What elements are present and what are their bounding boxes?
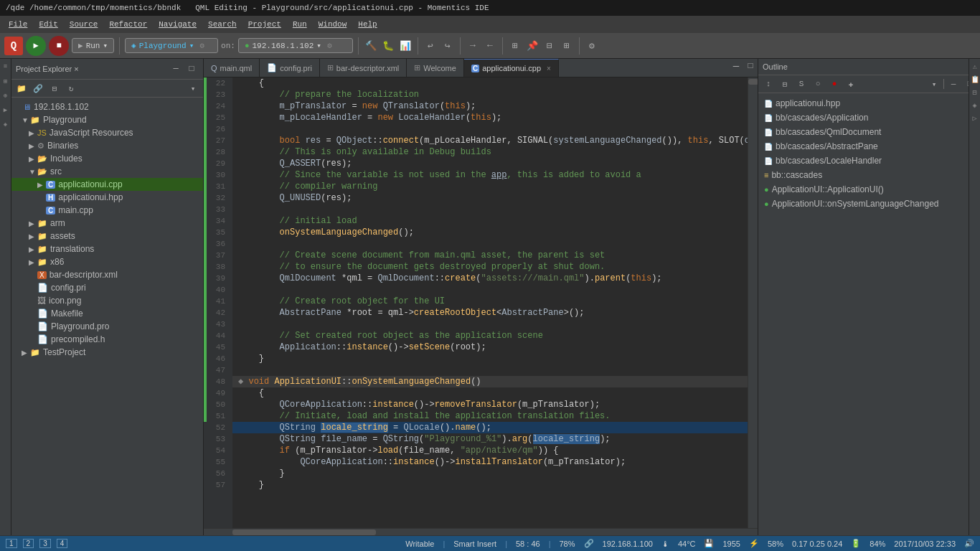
- tab-minimize-icon[interactable]: —: [729, 59, 743, 73]
- status-tab-2[interactable]: 2: [23, 539, 34, 548]
- outline-red-icon[interactable]: ●: [827, 77, 842, 91]
- outline-item-locale[interactable]: 📄 bb/cascades/LocaleHandler: [758, 154, 980, 168]
- tree-main-cpp[interactable]: C main.cpp: [11, 204, 203, 217]
- code-content[interactable]: { // prepare the localization m_pTransla…: [232, 77, 748, 528]
- outline-item-method[interactable]: ● ApplicationUI::onSystemLanguageChanged: [758, 197, 980, 211]
- tab-close-icon[interactable]: ×: [547, 65, 551, 72]
- target-dropdown[interactable]: ● 192.168.1.102 ▾ ⚙: [238, 38, 353, 53]
- activity-search-icon[interactable]: ⊞: [1, 76, 11, 86]
- back-icon[interactable]: ←: [483, 39, 497, 53]
- tree-icon-png[interactable]: 🖼 icon.png: [11, 294, 203, 307]
- project-settings-icon[interactable]: ⚙: [199, 41, 204, 50]
- outline-item-ns[interactable]: ≡ bb::cascades: [758, 168, 980, 182]
- menu-source[interactable]: Source: [64, 19, 104, 30]
- sidebar-expand-icon[interactable]: □: [184, 62, 199, 76]
- tree-jsres[interactable]: ▶ JS JavaScript Resources: [11, 126, 203, 139]
- sidebar-refresh-icon[interactable]: ↻: [64, 81, 78, 95]
- tab-maximize-icon[interactable]: □: [743, 59, 758, 73]
- tree-includes[interactable]: ▶ 📂 Includes: [11, 152, 203, 165]
- menu-edit[interactable]: Edit: [33, 19, 63, 30]
- pin-icon[interactable]: 📌: [525, 39, 540, 53]
- outline-item-abspane[interactable]: 📄 bb/cascades/AbstractPane: [758, 139, 980, 154]
- tree-assets[interactable]: ▶ 📁 assets: [11, 230, 203, 242]
- outline-item-qmldoc[interactable]: 📄 bb/cascades/QmlDocument: [758, 125, 980, 139]
- tree-makefile[interactable]: 📄 Makefile: [11, 307, 203, 320]
- sidebar-collapse-icon[interactable]: —: [169, 62, 183, 76]
- outline-item-app[interactable]: 📄 bb/cascades/Application: [758, 110, 980, 125]
- grid-icon[interactable]: ⊞: [560, 39, 574, 53]
- menu-run[interactable]: Run: [287, 19, 313, 30]
- sidebar-link-icon[interactable]: 🔗: [31, 81, 45, 95]
- outline-hide-non-public-icon[interactable]: ○: [811, 77, 825, 91]
- sidebar-menu-icon[interactable]: ▾: [186, 81, 200, 95]
- forward-icon[interactable]: →: [466, 39, 480, 53]
- build-icon[interactable]: 🔨: [364, 39, 378, 53]
- activity-scm-icon[interactable]: ⊕: [1, 90, 11, 100]
- undo-icon[interactable]: ↩: [423, 39, 438, 53]
- tree-x86[interactable]: ▶ 📁 x86: [11, 255, 203, 268]
- menu-refactor[interactable]: Refactor: [103, 19, 153, 30]
- menu-search[interactable]: Search: [202, 19, 242, 30]
- stop-button[interactable]: ■: [49, 36, 69, 56]
- status-tab-1[interactable]: 1: [6, 539, 17, 548]
- tree-bar-xml[interactable]: X bar-descriptor.xml: [11, 268, 203, 281]
- tree-appui-cpp[interactable]: ▶ C applicationui.cpp: [11, 178, 203, 191]
- tree-arm[interactable]: ▶ 📁 arm: [11, 217, 203, 230]
- project-dropdown[interactable]: ◈ Playground ▾ ⚙: [125, 38, 218, 53]
- scrollbar-area[interactable]: [748, 77, 758, 528]
- edge-icon-5[interactable]: ▷: [970, 113, 980, 123]
- play-button[interactable]: ▶: [26, 36, 46, 56]
- tree-precompiled[interactable]: 📄 precompiled.h: [11, 333, 203, 346]
- scroll-thumb[interactable]: [748, 79, 758, 85]
- tree-src[interactable]: ▼ 📂 src: [11, 165, 203, 178]
- outline-plus-icon[interactable]: ✚: [844, 77, 858, 91]
- debug-icon[interactable]: 🐛: [381, 39, 395, 53]
- tree-testproject[interactable]: ▶ 📁 TestProject: [11, 346, 203, 359]
- menu-help[interactable]: Help: [352, 19, 382, 30]
- outline-min-icon[interactable]: —: [946, 77, 961, 91]
- sidebar-collapse-all-icon[interactable]: ⊟: [47, 81, 62, 95]
- tree-server[interactable]: 🖥 192.168.1.102: [11, 100, 203, 113]
- activity-explorer-icon[interactable]: ≡: [1, 62, 11, 72]
- code-editor[interactable]: 2223242526272829303132333435363738394041…: [204, 77, 758, 528]
- tab-bar-xml[interactable]: ⊞ bar-descriptor.xml: [320, 59, 407, 77]
- tab-main-qml[interactable]: Q main.qml: [204, 59, 260, 77]
- sidebar-new-icon[interactable]: 📁: [14, 81, 29, 95]
- tree-translations[interactable]: ▶ 📁 translations: [11, 242, 203, 255]
- menu-file[interactable]: File: [3, 19, 33, 30]
- activity-ext-icon[interactable]: ◈: [1, 119, 11, 129]
- tree-playground[interactable]: ▼ 📁 Playground: [11, 113, 203, 126]
- h-scrollbar[interactable]: [204, 528, 758, 535]
- status-tab-3[interactable]: 3: [39, 539, 51, 548]
- activity-debug-icon[interactable]: ▶: [1, 105, 11, 115]
- run-dropdown[interactable]: ▶ Run ▾: [72, 38, 114, 53]
- profile-icon[interactable]: 📊: [398, 39, 413, 53]
- tree-appui-hpp[interactable]: H applicationui.hpp: [11, 191, 203, 204]
- tree-binaries[interactable]: ▶ ⚙ Binaries: [11, 139, 203, 152]
- menu-project[interactable]: Project: [242, 19, 287, 30]
- outline-sort-icon[interactable]: ↕: [761, 77, 776, 91]
- edge-icon-1[interactable]: ⚠: [970, 62, 980, 72]
- app-logo-icon[interactable]: Q: [4, 37, 23, 55]
- h-scroll-thumb[interactable]: [232, 529, 376, 535]
- outline-hide-static-icon[interactable]: S: [794, 77, 809, 91]
- tree-config-pri[interactable]: 📄 config.pri: [11, 281, 203, 294]
- edge-icon-2[interactable]: 📋: [970, 75, 980, 85]
- target-settings-icon[interactable]: ⚙: [327, 41, 332, 50]
- tab-welcome[interactable]: ⊞ Welcome: [407, 59, 464, 77]
- layout-icon[interactable]: ⊟: [542, 39, 557, 53]
- outline-menu-icon[interactable]: ▾: [927, 77, 941, 91]
- menu-navigate[interactable]: Navigate: [153, 19, 202, 30]
- outline-item-hpp[interactable]: 📄 applicationui.hpp: [758, 96, 980, 110]
- edge-icon-3[interactable]: ⊟: [970, 88, 980, 98]
- tree-playground-pro[interactable]: 📄 Playground.pro: [11, 320, 203, 333]
- edge-icon-4[interactable]: ◈: [970, 100, 980, 110]
- outline-item-constructor[interactable]: ● ApplicationUI::ApplicationUI(): [758, 182, 980, 197]
- status-tab-4[interactable]: 4: [57, 539, 68, 548]
- redo-icon[interactable]: ↪: [440, 39, 455, 53]
- settings-icon[interactable]: ⚙: [585, 39, 599, 53]
- menu-window[interactable]: Window: [313, 19, 353, 30]
- outline-hide-fields-icon[interactable]: ⊟: [778, 77, 792, 91]
- new-window-icon[interactable]: ⊞: [508, 39, 522, 53]
- tab-appui-cpp[interactable]: C applicationui.cpp ×: [464, 59, 559, 77]
